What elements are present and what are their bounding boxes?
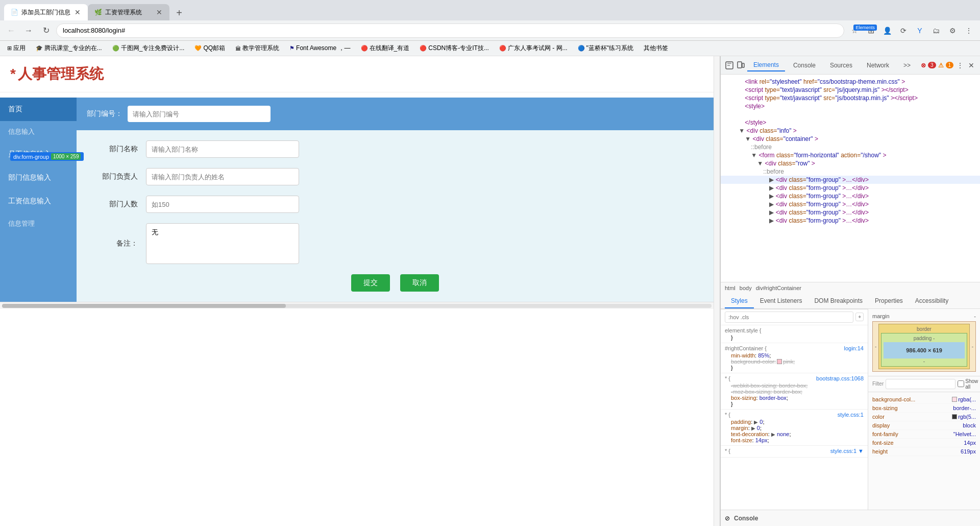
- scroll-thumb[interactable]: [2, 304, 286, 308]
- breadcrumb-body[interactable]: body: [740, 285, 752, 291]
- panel-tab-styles[interactable]: Styles: [725, 294, 754, 308]
- html-tree: <link rel="stylesheet" href="css/bootstr…: [721, 75, 980, 282]
- html-line-3[interactable]: <script type="text/javascript" src="js/b…: [721, 94, 980, 102]
- html-line-form-group-3[interactable]: ▶ <div class="form-group" >…</div>: [721, 192, 980, 200]
- html-line-form-group-2[interactable]: ▶ <div class="form-group" >…</div>: [721, 184, 980, 192]
- panel-tab-event-listeners[interactable]: Event Listeners: [754, 294, 808, 308]
- breadcrumb-html[interactable]: html: [725, 285, 736, 291]
- tab-1-close[interactable]: ✕: [74, 8, 82, 16]
- dept-count-input[interactable]: [146, 196, 299, 213]
- forward-button[interactable]: →: [21, 23, 36, 38]
- tab-1-title: 添加员工部门信息: [21, 8, 70, 17]
- box-content-inner: 986.400 × 619: [884, 342, 964, 358]
- computed-filter-bar: Filter Show all: [868, 376, 980, 392]
- tab-1[interactable]: 📄 添加员工部门信息 ✕: [4, 4, 88, 20]
- styles-panel: + element.style { } #rightContainer { lo…: [721, 309, 868, 510]
- cancel-button[interactable]: 取消: [400, 274, 439, 292]
- styles-filter-input[interactable]: [725, 312, 853, 323]
- back-button[interactable]: ←: [4, 23, 18, 38]
- html-line-before2: ::before: [721, 168, 980, 176]
- bookmark-others[interactable]: 其他书签: [641, 43, 671, 54]
- bottom-scrollbar[interactable]: [0, 302, 714, 309]
- menu-icon[interactable]: ⋮: [962, 23, 976, 38]
- webpage: * 人事管理系统 div.form-group 1000 × 259 首页 信息…: [0, 56, 714, 526]
- source-stylecss1[interactable]: style.css:1: [838, 412, 864, 418]
- submit-button[interactable]: 提交: [351, 274, 390, 292]
- html-line-style[interactable]: <style>: [721, 102, 980, 110]
- tab-2-close[interactable]: ✕: [155, 8, 163, 16]
- source-login14[interactable]: login:14: [844, 345, 864, 351]
- inspect-icon[interactable]: [725, 59, 734, 72]
- remark-textarea[interactable]: 无: [146, 223, 299, 264]
- html-line-info[interactable]: ▼ <div class="info" >: [721, 127, 980, 135]
- html-line-container[interactable]: ▼ <div class="container" >: [721, 135, 980, 143]
- console-label[interactable]: Console: [734, 515, 758, 522]
- bookmark-qq[interactable]: 🧡 QQ邮箱: [191, 43, 228, 54]
- nav-home[interactable]: 首页: [0, 98, 77, 121]
- sync-icon[interactable]: ⟳: [896, 23, 911, 38]
- panel-tab-dom-breakpoints[interactable]: DOM Breakpoints: [808, 294, 869, 308]
- html-line-form-group-4[interactable]: ▶ <div class="form-group" >…</div>: [721, 200, 980, 208]
- nav-info-manage[interactable]: 信息管理: [0, 213, 77, 234]
- collections-icon[interactable]: 🗂: [929, 23, 943, 38]
- bookmark-qiantu[interactable]: 🟢 千图网_专注免费设计...: [109, 43, 188, 54]
- yandex-icon[interactable]: Y: [913, 23, 927, 38]
- show-all-checkbox[interactable]: [958, 380, 964, 387]
- devtools-tab-sources[interactable]: Sources: [824, 60, 859, 71]
- styles-filter-bar: +: [721, 309, 868, 325]
- html-line-form[interactable]: ▼ <form class="form-horizontal" action="…: [721, 151, 980, 159]
- bookmark-csdn[interactable]: 🔴 CSDN博客-专业IT技...: [416, 43, 492, 54]
- device-icon[interactable]: [736, 59, 745, 72]
- bookmark-tencent[interactable]: 🎓 腾讯课堂_专业的在...: [33, 43, 105, 54]
- devtools-close-icon[interactable]: ✕: [967, 59, 976, 72]
- bookmark-youdao[interactable]: 🔴 在线翻译_有道: [358, 43, 413, 54]
- remark-label: 备注：: [97, 239, 138, 248]
- bookmark-fontawesome[interactable]: ⚑ Font Awesome ，—: [286, 43, 354, 54]
- devtools-tab-elements[interactable]: Elements: [747, 59, 785, 71]
- devtools-settings-icon[interactable]: ⋮: [955, 59, 965, 72]
- dept-head-input[interactable]: [146, 168, 299, 185]
- devtools-tab-more[interactable]: >>: [897, 60, 917, 71]
- vertical-scrollbar[interactable]: [714, 56, 720, 526]
- dept-name-label: 部门名称: [97, 145, 138, 154]
- source-stylecss1b[interactable]: style.css:1 ▼: [830, 448, 864, 454]
- source-bootstrap[interactable]: bootstrap.css:1068: [816, 375, 864, 381]
- html-line-2[interactable]: <script type="text/javascript" src="js/j…: [721, 86, 980, 94]
- console-expand-icon[interactable]: ⊘: [725, 515, 730, 522]
- bookmark-gdpta[interactable]: 🔴 广东人事考试网 - 网...: [496, 43, 571, 54]
- error-badge: ⊗ 3 ⚠ 1: [921, 62, 953, 69]
- dept-name-input[interactable]: [146, 140, 299, 158]
- extensions-icon[interactable]: ⊞ Elements: [864, 23, 878, 38]
- nav-dept-info[interactable]: 部门信息输入: [0, 166, 77, 189]
- html-line-form-group-1[interactable]: ▶ <div class="form-group" >…</div>: [721, 176, 980, 184]
- new-tab-button[interactable]: +: [172, 5, 187, 20]
- panel-tab-accessibility[interactable]: Accessibility: [909, 294, 954, 308]
- tab-bar: 📄 添加员工部门信息 ✕ 🌿 工资管理系统 ✕ +: [0, 0, 980, 20]
- tab-2[interactable]: 🌿 工资管理系统 ✕: [88, 4, 169, 20]
- settings-icon[interactable]: ⚙: [945, 23, 960, 38]
- reload-button[interactable]: ↻: [39, 23, 53, 38]
- cls-button[interactable]: +: [855, 313, 864, 321]
- html-line-row[interactable]: ▼ <div class="row" >: [721, 159, 980, 168]
- html-line-1[interactable]: <link rel="stylesheet" href="css/bootstr…: [721, 78, 980, 86]
- panel-tab-properties[interactable]: Properties: [869, 294, 909, 308]
- html-line-style-close[interactable]: </style>: [721, 118, 980, 127]
- html-line-form-group-6[interactable]: ▶ <div class="form-group" >…</div>: [721, 217, 980, 225]
- breadcrumb-div-rightcontainer[interactable]: div#rightContainer: [756, 285, 801, 291]
- devtools-tab-console[interactable]: Console: [787, 60, 822, 71]
- profile-icon[interactable]: 👤: [880, 23, 894, 38]
- style-rule-stylecss: * { style.css:1 padding: ▶ 0; margin: ▶ …: [721, 410, 868, 446]
- bookmark-lanqiao[interactable]: 🔵 "蓝桥杯"练习系统: [575, 43, 637, 54]
- bookmark-apps[interactable]: ⊞ 应用: [4, 43, 29, 54]
- nav-salary-info[interactable]: 工资信息输入: [0, 189, 77, 213]
- box-expand-icon[interactable]: -: [974, 313, 976, 319]
- dept-number-label: 部门编号：: [87, 109, 122, 118]
- dept-number-input[interactable]: [128, 106, 271, 122]
- devtools-tab-network[interactable]: Network: [861, 60, 895, 71]
- computed-filter-input[interactable]: [886, 379, 955, 389]
- html-line-form-group-5[interactable]: ▶ <div class="form-group" >…</div>: [721, 208, 980, 217]
- computed-row-fontsize: font-size 14px: [872, 439, 976, 447]
- address-input[interactable]: [56, 23, 844, 38]
- nav-info-input[interactable]: 信息输入: [0, 121, 77, 142]
- bookmark-edu[interactable]: 🏛 教学管理系统: [232, 43, 282, 54]
